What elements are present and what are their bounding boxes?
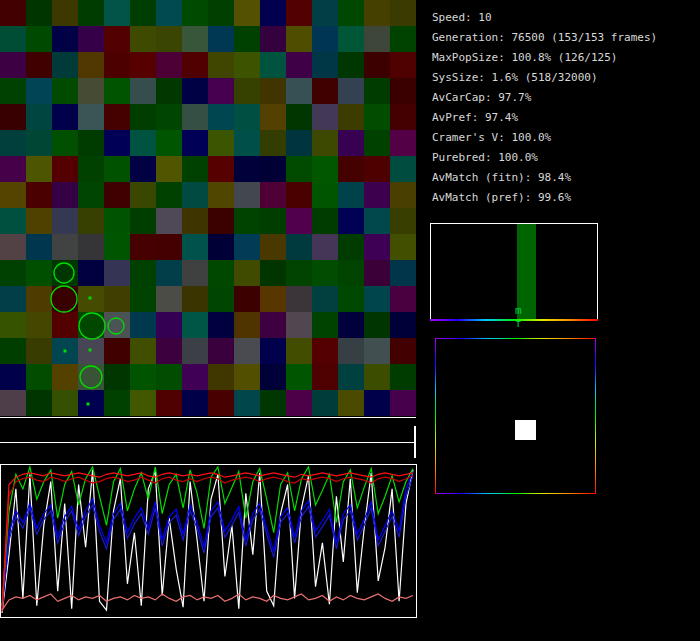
stats-panel: Speed: 10Generation: 76500 (153/153 fram… [432,8,657,208]
timeline-slider-track[interactable] [0,442,416,443]
stat-line: MaxPopSize: 100.8% (126/125) [432,48,657,68]
simulation-window: Speed: 10Generation: 76500 (153/153 fram… [0,0,700,641]
stat-line: Generation: 76500 (153/153 frames) [432,28,657,48]
population-grid[interactable] [0,0,416,416]
chart-series-salmon-line [2,594,413,610]
spectrum-border-right [595,338,596,494]
stat-line: AvCarCap: 97.7% [432,88,657,108]
stat-line: AvPref: 97.4% [432,108,657,128]
sex-histogram-box: m f [430,223,598,319]
stat-line: Purebred: 100.0% [432,148,657,168]
stat-line: SysSize: 1.6% (518/32000) [432,68,657,88]
stat-line: Cramer's V: 100.0% [432,128,657,148]
spectrum-border-bottom [435,493,596,494]
history-chart [0,464,417,618]
grid-bottom-border [0,417,416,418]
spectrum-border-left [435,338,436,494]
history-chart-plot [1,465,414,615]
spectrum-border-top [435,338,596,339]
histogram-spectrum-baseline [430,319,598,321]
stat-line: AvMatch (fitn): 98.4% [432,168,657,188]
preference-space-box [435,338,596,494]
stat-line: Speed: 10 [432,8,657,28]
population-cluster-marker [515,420,536,440]
timeline-slider-handle[interactable] [414,426,416,458]
stat-line: AvMatch (pref): 99.6% [432,188,657,208]
histogram-sex-label: m f [515,304,539,330]
